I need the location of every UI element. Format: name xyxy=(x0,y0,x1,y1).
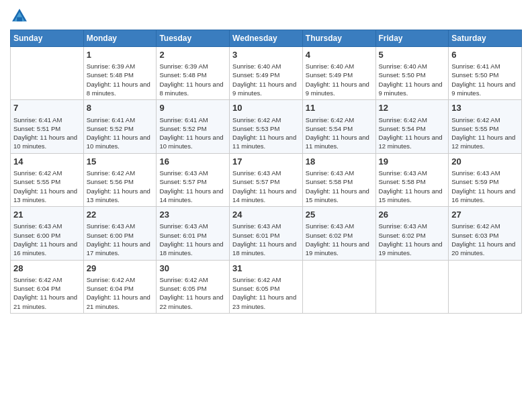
week-row-5: 28Sunrise: 6:42 AMSunset: 6:04 PMDayligh… xyxy=(11,260,522,313)
day-info: Sunrise: 6:42 AMSunset: 5:53 PMDaylight:… xyxy=(232,116,300,151)
calendar-cell: 17Sunrise: 6:43 AMSunset: 5:57 PMDayligh… xyxy=(230,153,303,206)
day-number: 14 xyxy=(13,156,81,168)
day-number: 2 xyxy=(159,49,226,61)
week-row-2: 7Sunrise: 6:41 AMSunset: 5:51 PMDaylight… xyxy=(11,100,522,153)
calendar-cell xyxy=(375,260,449,313)
calendar-cell: 3Sunrise: 6:40 AMSunset: 5:49 PMDaylight… xyxy=(230,47,303,100)
calendar-cell: 9Sunrise: 6:41 AMSunset: 5:52 PMDaylight… xyxy=(157,100,230,153)
day-info: Sunrise: 6:42 AMSunset: 5:54 PMDaylight:… xyxy=(306,116,373,151)
day-info: Sunrise: 6:43 AMSunset: 6:01 PMDaylight:… xyxy=(159,222,226,257)
logo-icon xyxy=(10,7,29,26)
calendar-cell: 13Sunrise: 6:42 AMSunset: 5:55 PMDayligh… xyxy=(449,100,522,153)
day-info: Sunrise: 6:39 AMSunset: 5:48 PMDaylight:… xyxy=(87,62,154,97)
day-info: Sunrise: 6:42 AMSunset: 6:05 PMDaylight:… xyxy=(232,275,300,311)
day-info: Sunrise: 6:43 AMSunset: 6:01 PMDaylight:… xyxy=(232,222,300,257)
day-number: 10 xyxy=(232,102,300,114)
day-info: Sunrise: 6:40 AMSunset: 5:49 PMDaylight:… xyxy=(306,62,373,97)
header-day-monday: Monday xyxy=(83,30,157,47)
day-number: 5 xyxy=(379,49,446,61)
day-number: 6 xyxy=(451,49,519,61)
day-number: 15 xyxy=(87,156,154,168)
header-day-saturday: Saturday xyxy=(449,30,522,47)
day-number: 27 xyxy=(451,209,519,221)
calendar-cell xyxy=(11,47,84,100)
day-number: 20 xyxy=(451,156,519,168)
day-number: 30 xyxy=(159,263,226,275)
page-header xyxy=(10,7,522,26)
header-day-sunday: Sunday xyxy=(11,30,84,47)
day-info: Sunrise: 6:39 AMSunset: 5:48 PMDaylight:… xyxy=(159,62,226,97)
day-number: 7 xyxy=(13,102,81,114)
calendar-cell: 29Sunrise: 6:42 AMSunset: 6:04 PMDayligh… xyxy=(83,260,157,313)
calendar-cell: 19Sunrise: 6:43 AMSunset: 5:58 PMDayligh… xyxy=(375,153,449,206)
day-info: Sunrise: 6:43 AMSunset: 5:59 PMDaylight:… xyxy=(451,169,519,204)
calendar-cell: 1Sunrise: 6:39 AMSunset: 5:48 PMDaylight… xyxy=(83,47,157,100)
day-info: Sunrise: 6:42 AMSunset: 5:54 PMDaylight:… xyxy=(379,116,446,151)
day-info: Sunrise: 6:42 AMSunset: 5:56 PMDaylight:… xyxy=(87,169,154,204)
day-number: 25 xyxy=(306,209,373,221)
calendar-cell: 28Sunrise: 6:42 AMSunset: 6:04 PMDayligh… xyxy=(11,260,84,313)
header-day-thursday: Thursday xyxy=(302,30,375,47)
day-number: 28 xyxy=(13,263,81,275)
calendar-cell: 23Sunrise: 6:43 AMSunset: 6:01 PMDayligh… xyxy=(157,207,230,260)
calendar-cell: 31Sunrise: 6:42 AMSunset: 6:05 PMDayligh… xyxy=(230,260,303,313)
header-day-friday: Friday xyxy=(375,30,449,47)
day-info: Sunrise: 6:42 AMSunset: 6:03 PMDaylight:… xyxy=(451,222,519,257)
day-info: Sunrise: 6:43 AMSunset: 6:00 PMDaylight:… xyxy=(87,222,154,257)
day-number: 17 xyxy=(232,156,300,168)
day-number: 26 xyxy=(379,209,446,221)
day-number: 19 xyxy=(379,156,446,168)
header-day-tuesday: Tuesday xyxy=(157,30,230,47)
calendar-cell: 25Sunrise: 6:43 AMSunset: 6:02 PMDayligh… xyxy=(302,207,375,260)
day-info: Sunrise: 6:41 AMSunset: 5:52 PMDaylight:… xyxy=(87,116,154,151)
calendar-cell: 11Sunrise: 6:42 AMSunset: 5:54 PMDayligh… xyxy=(302,100,375,153)
calendar-cell: 21Sunrise: 6:43 AMSunset: 6:00 PMDayligh… xyxy=(11,207,84,260)
day-info: Sunrise: 6:42 AMSunset: 6:04 PMDaylight:… xyxy=(13,275,81,311)
day-info: Sunrise: 6:40 AMSunset: 5:50 PMDaylight:… xyxy=(379,62,446,97)
calendar-table: SundayMondayTuesdayWednesdayThursdayFrid… xyxy=(10,30,522,314)
day-number: 18 xyxy=(306,156,373,168)
calendar-cell: 10Sunrise: 6:42 AMSunset: 5:53 PMDayligh… xyxy=(230,100,303,153)
calendar-cell: 26Sunrise: 6:43 AMSunset: 6:02 PMDayligh… xyxy=(375,207,449,260)
calendar-cell: 8Sunrise: 6:41 AMSunset: 5:52 PMDaylight… xyxy=(83,100,157,153)
day-info: Sunrise: 6:42 AMSunset: 5:55 PMDaylight:… xyxy=(13,169,81,204)
day-number: 12 xyxy=(379,102,446,114)
calendar-cell xyxy=(302,260,375,313)
day-info: Sunrise: 6:43 AMSunset: 5:57 PMDaylight:… xyxy=(159,169,226,204)
day-number: 22 xyxy=(87,209,154,221)
day-info: Sunrise: 6:43 AMSunset: 6:02 PMDaylight:… xyxy=(379,222,446,257)
day-number: 3 xyxy=(232,49,300,61)
day-number: 13 xyxy=(451,102,519,114)
header-day-wednesday: Wednesday xyxy=(230,30,303,47)
week-row-4: 21Sunrise: 6:43 AMSunset: 6:00 PMDayligh… xyxy=(11,207,522,260)
day-number: 31 xyxy=(232,263,300,275)
day-number: 16 xyxy=(159,156,226,168)
day-number: 21 xyxy=(13,209,81,221)
day-number: 8 xyxy=(87,102,154,114)
day-number: 23 xyxy=(159,209,226,221)
day-number: 29 xyxy=(87,263,154,275)
calendar-cell: 14Sunrise: 6:42 AMSunset: 5:55 PMDayligh… xyxy=(11,153,84,206)
day-info: Sunrise: 6:43 AMSunset: 6:00 PMDaylight:… xyxy=(13,222,81,257)
logo xyxy=(10,7,30,26)
day-number: 24 xyxy=(232,209,300,221)
day-info: Sunrise: 6:42 AMSunset: 6:05 PMDaylight:… xyxy=(159,275,226,311)
calendar-cell: 2Sunrise: 6:39 AMSunset: 5:48 PMDaylight… xyxy=(157,47,230,100)
day-info: Sunrise: 6:42 AMSunset: 5:55 PMDaylight:… xyxy=(451,116,519,151)
calendar-cell: 27Sunrise: 6:42 AMSunset: 6:03 PMDayligh… xyxy=(449,207,522,260)
svg-rect-2 xyxy=(17,17,22,21)
calendar-cell: 4Sunrise: 6:40 AMSunset: 5:49 PMDaylight… xyxy=(302,47,375,100)
calendar-cell: 20Sunrise: 6:43 AMSunset: 5:59 PMDayligh… xyxy=(449,153,522,206)
day-info: Sunrise: 6:43 AMSunset: 5:58 PMDaylight:… xyxy=(306,169,373,204)
calendar-cell: 12Sunrise: 6:42 AMSunset: 5:54 PMDayligh… xyxy=(375,100,449,153)
day-info: Sunrise: 6:40 AMSunset: 5:49 PMDaylight:… xyxy=(232,62,300,97)
calendar-cell: 18Sunrise: 6:43 AMSunset: 5:58 PMDayligh… xyxy=(302,153,375,206)
calendar-cell: 7Sunrise: 6:41 AMSunset: 5:51 PMDaylight… xyxy=(11,100,84,153)
calendar-cell: 22Sunrise: 6:43 AMSunset: 6:00 PMDayligh… xyxy=(83,207,157,260)
calendar-cell: 30Sunrise: 6:42 AMSunset: 6:05 PMDayligh… xyxy=(157,260,230,313)
day-info: Sunrise: 6:43 AMSunset: 6:02 PMDaylight:… xyxy=(306,222,373,257)
header-row: SundayMondayTuesdayWednesdayThursdayFrid… xyxy=(11,30,522,47)
day-info: Sunrise: 6:41 AMSunset: 5:50 PMDaylight:… xyxy=(451,62,519,97)
day-number: 9 xyxy=(159,102,226,114)
day-number: 1 xyxy=(87,49,154,61)
